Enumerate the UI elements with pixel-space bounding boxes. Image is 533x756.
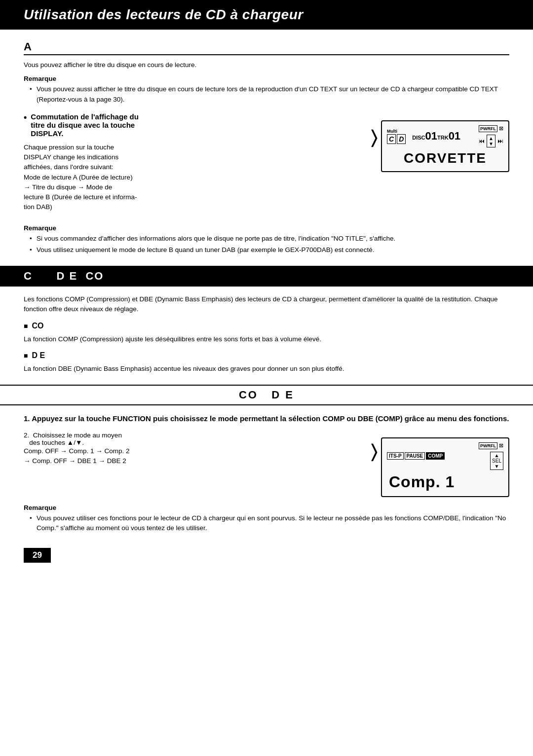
controle-section-divider: CO D E [0, 385, 533, 405]
comp-display-mockup: ITS-P PAUSE COMP PWRFL ⊠ ▲ SEL [381, 437, 509, 497]
note-1-item-1: Vous pouvez aussi afficher le titre du d… [30, 84, 509, 105]
step-2-heading: Choisissez le mode au moyen des touches … [24, 432, 122, 446]
display-text: Commutation de l'affichage du titre du d… [24, 112, 361, 216]
display-heading-line2: titre du disque avec la touche [31, 121, 135, 129]
step-2-flow: Comp. OFF → Comp. 1 → Comp. 2 → Comp. OF… [24, 446, 361, 467]
cd-display-mockup: Multi C D DISC 01 TRK 01 [381, 120, 509, 172]
note-2-title: Remarque [24, 224, 509, 232]
comp-sub-heading: CO [24, 322, 509, 330]
step-1: 1. Appuyez sur la touche FUNCTION puis c… [24, 413, 509, 425]
pause-tag: PAUSE [405, 452, 425, 460]
note-3-item-1: Vous pouvez utiliser ces fonctions pour … [30, 513, 509, 534]
comp-pwrfl-icon: ⊠ [499, 442, 503, 449]
dbe-sub-body: La fonction DBE (Dynamic Bass Emphasis) … [24, 364, 509, 374]
comp-sub-body: La fonction COMP (Compression) ajuste le… [24, 334, 509, 344]
comp-pwrfl-badge: PWRFL [479, 442, 497, 449]
comp-tag: COMP [426, 452, 445, 460]
pwrfl-badge: PWRFL [479, 125, 497, 132]
comp-dbe-heading: C D E CO [24, 270, 104, 283]
display-body-1: Chaque pression sur la touche DISPLAY ch… [24, 143, 361, 213]
section-a-intro: Vous pouvez afficher le titre du disque … [24, 60, 509, 70]
next-track-icon: ⏭ [497, 138, 503, 144]
comp-display-right-controls: PWRFL ⊠ ▲ SEL ▼ [479, 442, 503, 470]
comp-tags: ITS-P PAUSE COMP [387, 452, 445, 460]
display-heading-line1: Commutation de l'affichage du [31, 112, 139, 121]
page-title: Utilisation des lecteurs de CD à chargeu… [24, 7, 509, 23]
note-block-1: Remarque Vous pouvez aussi afficher le t… [24, 75, 509, 105]
note-2-item-1: Si vous commandez d'afficher des informa… [30, 234, 509, 244]
section-a: A Vous pouvez afficher le titre du disqu… [24, 40, 509, 255]
cd-display-title: CORVETTE [387, 149, 503, 167]
note-2-item-2: Vous utilisez uniquement le mode de lect… [30, 245, 509, 255]
comp-dbe-section-divider: C D E CO [0, 266, 533, 287]
display-heading-line3: DISPLAY. [31, 129, 63, 138]
display-bullet-heading: Commutation de l'affichage du titre du d… [24, 112, 361, 138]
display-section: Commutation de l'affichage du titre du d… [24, 112, 509, 216]
note-block-2: Remarque Si vous commandez d'afficher de… [24, 224, 509, 255]
chevron-right-icon: 〉 [371, 127, 377, 148]
step-2-section: 2. Choisissez le mode au moyen des touch… [24, 432, 509, 497]
bottom-bar: 29 [24, 548, 509, 563]
dbe-sub-heading: D E [24, 351, 509, 360]
step-1-title: 1. Appuyez sur la touche FUNCTION puis c… [24, 413, 509, 425]
controle-heading: CO D E [239, 389, 294, 401]
section-a-heading: A [24, 40, 509, 55]
page-number: 29 [24, 548, 51, 563]
pwrfl-icon: ⊠ [499, 125, 503, 132]
chevron-right-icon-2: 〉 [371, 441, 377, 462]
prev-track-icon: ⏮ [479, 138, 485, 144]
note-1-title: Remarque [24, 75, 509, 82]
comp-dbe-section: Les fonctions COMP (Compression) et DBE … [24, 294, 509, 374]
step-2-text: 2. Choisissez le mode au moyen des touch… [24, 432, 361, 470]
comp-display-title: Comp. 1 [387, 472, 503, 492]
step-2-title: 2. Choisissez le mode au moyen des touch… [24, 432, 361, 446]
comp-dbe-intro: Les fonctions COMP (Compression) et DBE … [24, 294, 509, 315]
note-block-3: Remarque Vous pouvez utiliser ces foncti… [24, 504, 509, 534]
its-p-tag: ITS-P [387, 452, 404, 460]
page-header: Utilisation des lecteurs de CD à chargeu… [0, 0, 533, 30]
note-3-title: Remarque [24, 504, 509, 511]
